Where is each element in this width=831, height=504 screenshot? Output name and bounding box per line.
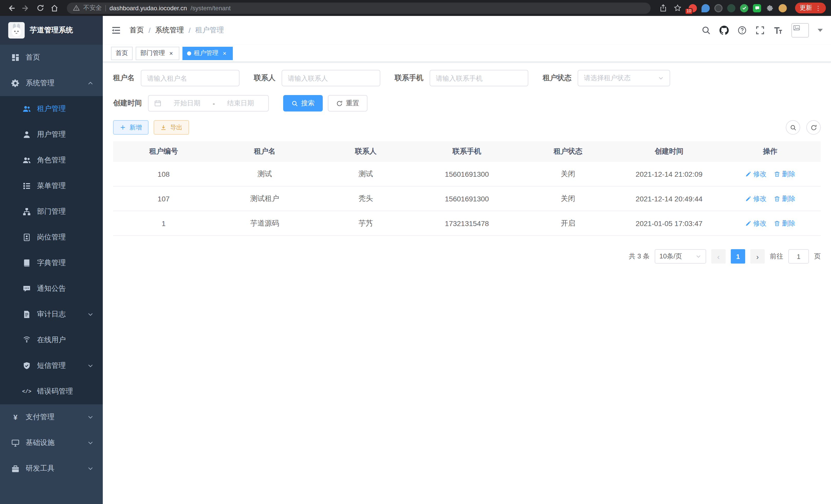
contact-input-field[interactable] (288, 74, 374, 82)
breadcrumb-item-home[interactable]: 首页 (130, 26, 144, 35)
security-warning-icon[interactable] (73, 5, 80, 11)
delete-button[interactable]: 删除 (774, 194, 795, 203)
browser-home-button[interactable] (48, 2, 61, 14)
search-button[interactable]: 搜索 (283, 95, 323, 112)
extension-icon-blue-drop[interactable] (701, 4, 710, 12)
sidebar-item-user[interactable]: 用户管理 (0, 122, 103, 147)
extension-icon-chat[interactable] (753, 4, 761, 12)
sidebar-item-tenant[interactable]: 租户管理 (0, 96, 103, 122)
edit-button[interactable]: 修改 (745, 194, 767, 203)
sidebar-item-system[interactable]: 系统管理 (0, 70, 103, 96)
tab-label: 部门管理 (140, 49, 165, 58)
goto-label: 前往 (770, 252, 783, 261)
sidebar-item-role[interactable]: 角色管理 (0, 147, 103, 173)
screen: 不安全 dashboard.yudao.iocoder.cn/system/te… (0, 0, 831, 504)
browser-menu-icon[interactable]: ⋮ (815, 4, 821, 11)
delete-button[interactable]: 删除 (774, 169, 795, 179)
tab-tenant[interactable]: 租户管理 × (182, 47, 233, 60)
dictionary-book-icon (23, 259, 31, 267)
close-icon[interactable]: × (221, 50, 228, 57)
tab-dept[interactable]: 部门管理 × (136, 47, 179, 60)
chevron-down-icon (658, 75, 664, 81)
status-select[interactable]: 请选择租户状态 (578, 70, 670, 86)
edit-button[interactable]: 修改 (745, 218, 767, 228)
sidebar-item-payment[interactable]: ¥ 支付管理 (0, 404, 103, 430)
sidebar-item-error-code[interactable]: </> 错误码管理 (0, 379, 103, 404)
goto-page-input[interactable] (789, 249, 809, 264)
sidebar-item-dict[interactable]: 字典管理 (0, 250, 103, 276)
next-page-button[interactable]: › (750, 249, 765, 264)
delete-button[interactable]: 删除 (774, 218, 795, 228)
tab-home[interactable]: 首页 (111, 47, 133, 60)
sidebar-item-home[interactable]: 首页 (0, 45, 103, 70)
bookmark-star-icon[interactable] (671, 2, 684, 14)
page-unit-label: 页 (814, 252, 821, 261)
tab-label: 租户管理 (194, 49, 219, 58)
extensions-puzzle-icon[interactable] (766, 4, 774, 12)
header-search-icon[interactable] (701, 26, 711, 35)
chevron-up-icon (87, 80, 93, 86)
sidebar-item-dept[interactable]: 部门管理 (0, 199, 103, 225)
browser-back-button[interactable] (5, 2, 18, 14)
github-icon[interactable] (719, 26, 729, 35)
share-icon[interactable] (657, 2, 669, 14)
app-logo[interactable]: 芋道管理系统 (0, 16, 103, 45)
browser-forward-button[interactable] (20, 2, 32, 14)
sidebar-item-label: 支付管理 (26, 413, 55, 422)
browser-reload-button[interactable] (34, 2, 46, 14)
edit-button[interactable]: 修改 (745, 169, 767, 179)
phone-input[interactable] (430, 70, 528, 86)
sidebar-item-label: 首页 (26, 53, 40, 62)
search-button-label: 搜索 (301, 99, 315, 108)
help-icon[interactable] (738, 26, 747, 35)
sidebar-item-audit-log[interactable]: 审计日志 (0, 302, 103, 327)
extensions-row: 10 (686, 4, 790, 12)
url-bar[interactable]: 不安全 dashboard.yudao.iocoder.cn/system/te… (67, 2, 651, 13)
prev-page-button[interactable]: ‹ (711, 249, 726, 264)
breadcrumb-item-tenant: 租户管理 (195, 26, 224, 35)
sidebar-item-sms[interactable]: 短信管理 (0, 353, 103, 379)
system-submenu: 租户管理 用户管理 角色管理 菜单管理 (0, 96, 103, 404)
reset-button[interactable]: 重置 (328, 95, 368, 112)
avatar-caret-icon[interactable] (818, 29, 823, 32)
export-button[interactable]: 导出 (154, 120, 189, 135)
post-badge-icon (23, 233, 31, 241)
plus-icon (120, 124, 126, 131)
breadcrumb-item-system[interactable]: 系统管理 (155, 26, 184, 35)
error-code-icon: </> (23, 387, 31, 395)
font-size-icon[interactable] (773, 26, 783, 35)
sidebar-item-infrastructure[interactable]: 基础设施 (0, 430, 103, 456)
extension-icon-dark-ring[interactable] (714, 4, 722, 12)
avatar[interactable] (792, 23, 809, 37)
browser-update-button[interactable]: 更新 ⋮ (795, 3, 826, 13)
page-number-button[interactable]: 1 (731, 249, 745, 264)
extension-icon-green-check[interactable] (740, 4, 748, 12)
cell-tenant-name: 芋道源码 (214, 218, 315, 228)
date-range-picker[interactable]: 开始日期 - 结束日期 (148, 95, 269, 112)
tenant-name-input[interactable] (141, 70, 239, 86)
phone-input-field[interactable] (436, 74, 522, 82)
trash-icon (774, 220, 780, 226)
devtools-briefcase-icon (11, 465, 20, 473)
fullscreen-icon[interactable] (755, 26, 765, 35)
sidebar-collapse-icon[interactable] (111, 25, 121, 35)
extension-icon-olive[interactable] (727, 4, 736, 12)
cell-actions: 修改 删除 (720, 169, 821, 179)
cell-status: 关闭 (517, 169, 619, 179)
sidebar-item-online-users[interactable]: 在线用户 (0, 327, 103, 353)
close-icon[interactable]: × (168, 50, 175, 57)
date-end-placeholder[interactable]: 结束日期 (219, 99, 263, 108)
profile-avatar-icon[interactable] (779, 4, 787, 12)
sidebar-item-menu[interactable]: 菜单管理 (0, 173, 103, 199)
refresh-table-button[interactable] (806, 120, 821, 135)
sidebar-item-notice[interactable]: 通知公告 (0, 276, 103, 302)
contact-input[interactable] (282, 70, 380, 86)
sidebar-item-post[interactable]: 岗位管理 (0, 225, 103, 250)
extension-icon-red[interactable]: 10 (689, 4, 697, 12)
tenant-name-input-field[interactable] (147, 74, 233, 82)
date-start-placeholder[interactable]: 开始日期 (165, 99, 209, 108)
add-button[interactable]: 新增 (113, 120, 148, 135)
sidebar-item-devtools[interactable]: 研发工具 (0, 456, 103, 481)
hide-search-icon-button[interactable] (786, 120, 800, 135)
page-size-select[interactable]: 10条/页 (655, 249, 706, 264)
